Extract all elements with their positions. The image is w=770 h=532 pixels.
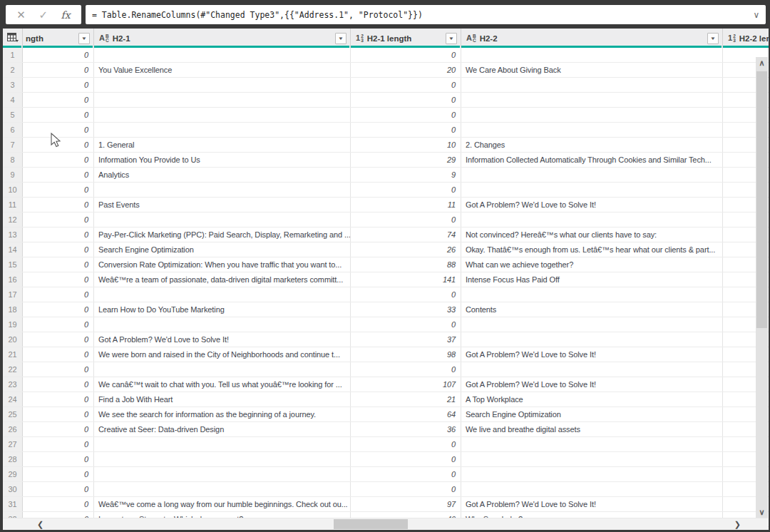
column-header-h2-2-length[interactable]: 123H2-2 length — [723, 29, 769, 48]
cell[interactable]: 0 — [351, 78, 461, 92]
cancel-icon[interactable]: ✕ — [16, 9, 26, 21]
cell[interactable] — [461, 108, 723, 122]
row-number[interactable]: 3 — [3, 78, 23, 92]
cell[interactable] — [94, 482, 351, 496]
row-number[interactable]: 22 — [3, 362, 23, 377]
cell[interactable]: 10 — [351, 138, 461, 152]
cell[interactable]: 97 — [351, 497, 461, 511]
row-number[interactable]: 26 — [3, 422, 23, 436]
row-number[interactable]: 17 — [3, 287, 23, 302]
cell[interactable] — [94, 213, 351, 227]
cell[interactable] — [94, 317, 351, 332]
cell[interactable]: Got A Problem? We'd Love to Solve It! — [461, 198, 723, 212]
cell[interactable]: 0 — [351, 482, 461, 496]
cell[interactable]: 0 — [351, 362, 461, 377]
cell[interactable]: 0 — [23, 347, 94, 362]
cell[interactable] — [94, 452, 351, 466]
row-number[interactable]: 11 — [3, 198, 23, 212]
cell[interactable] — [461, 78, 723, 92]
cell[interactable]: 26 — [351, 242, 461, 257]
cell[interactable]: 2. Changes — [461, 138, 723, 152]
cell[interactable]: Learn How to Do YouTube Marketing — [94, 302, 351, 317]
cell[interactable]: 29 — [351, 153, 461, 167]
row-number[interactable]: 27 — [3, 437, 23, 451]
cell[interactable] — [461, 287, 723, 302]
cell[interactable]: 0 — [23, 272, 94, 287]
cell[interactable]: 0 — [23, 213, 94, 227]
column-header-h2-1-length[interactable]: 123H2-1 length▼ — [351, 29, 461, 48]
cell[interactable]: 0 — [351, 287, 461, 302]
cell[interactable]: 0 — [23, 183, 94, 197]
cell[interactable]: Information Collected Automatically Thro… — [461, 153, 723, 167]
column-header-h2-2[interactable]: ABCH2-2▼ — [461, 29, 723, 48]
row-number[interactable]: 18 — [3, 302, 23, 317]
cell[interactable] — [461, 482, 723, 496]
cell[interactable]: 0 — [23, 48, 94, 62]
cell[interactable] — [461, 332, 723, 347]
scroll-right-icon[interactable]: ❯ — [734, 518, 741, 530]
cell[interactable]: 0 — [351, 183, 461, 197]
row-number[interactable]: 19 — [3, 317, 23, 332]
cell[interactable]: 0 — [23, 362, 94, 377]
cell[interactable]: 33 — [351, 302, 461, 317]
table-menu-button[interactable] — [3, 29, 23, 48]
cell[interactable]: 0 — [23, 287, 94, 302]
cell[interactable]: 88 — [351, 257, 461, 272]
row-number[interactable]: 5 — [3, 108, 23, 122]
column-header-ngth[interactable]: ngth▼ — [23, 29, 94, 48]
cell[interactable]: 0 — [23, 467, 94, 481]
cell[interactable]: 0 — [23, 452, 94, 466]
cell[interactable] — [94, 183, 351, 197]
cell[interactable]: 0 — [23, 482, 94, 496]
row-number[interactable]: 12 — [3, 213, 23, 227]
cell[interactable]: 0 — [351, 123, 461, 137]
row-number[interactable]: 31 — [3, 497, 23, 511]
cell[interactable] — [461, 168, 723, 182]
scroll-up-icon[interactable]: ∧ — [756, 58, 768, 68]
filter-dropdown-button[interactable]: ▼ — [78, 33, 90, 44]
cell[interactable]: Not convinced? Hereâ€™s what our clients… — [461, 227, 723, 242]
row-number[interactable]: 25 — [3, 407, 23, 421]
cell[interactable]: 64 — [351, 407, 461, 421]
cell[interactable] — [461, 213, 723, 227]
cell[interactable] — [94, 48, 351, 62]
cell[interactable]: 0 — [23, 153, 94, 167]
cell[interactable] — [94, 467, 351, 481]
cell[interactable] — [461, 123, 723, 137]
filter-dropdown-button[interactable]: ▼ — [446, 33, 457, 44]
cell[interactable]: 0 — [23, 407, 94, 421]
cell[interactable]: 21 — [351, 392, 461, 406]
cell[interactable]: 0 — [351, 213, 461, 227]
row-number[interactable]: 9 — [3, 168, 23, 182]
cell[interactable] — [94, 78, 351, 92]
cell[interactable] — [461, 317, 723, 332]
cell[interactable]: 11 — [351, 198, 461, 212]
cell[interactable]: 0 — [351, 467, 461, 481]
cell[interactable]: Contents — [461, 302, 723, 317]
row-number[interactable]: 14 — [3, 242, 23, 257]
cell[interactable]: We were born and raised in the City of N… — [94, 347, 351, 362]
cell[interactable]: Past Events — [94, 198, 351, 212]
row-number[interactable]: 10 — [3, 183, 23, 197]
cell[interactable]: 0 — [23, 138, 94, 152]
cell[interactable]: Weâ€™re a team of passionate, data-drive… — [94, 272, 351, 287]
cell[interactable]: 0 — [23, 123, 94, 137]
cell[interactable]: Intense Focus Has Paid Off — [461, 272, 723, 287]
cell[interactable]: What can we achieve together? — [461, 257, 723, 272]
cell[interactable]: 0 — [23, 437, 94, 451]
cell[interactable] — [461, 362, 723, 377]
horizontal-scrollbar-thumb[interactable] — [334, 519, 408, 529]
row-number[interactable]: 2 — [3, 63, 23, 77]
cell[interactable] — [461, 452, 723, 466]
cell[interactable]: 0 — [23, 78, 94, 92]
row-number[interactable]: 28 — [3, 452, 23, 466]
row-number[interactable]: 4 — [3, 93, 23, 107]
row-number[interactable]: 13 — [3, 227, 23, 242]
filter-dropdown-button[interactable]: ▼ — [335, 33, 346, 44]
cell[interactable] — [461, 93, 723, 107]
cell[interactable]: We Care About Giving Back — [461, 63, 723, 77]
cell[interactable]: 37 — [351, 332, 461, 347]
cell[interactable]: 0 — [23, 227, 94, 242]
cell[interactable] — [94, 123, 351, 137]
cell[interactable]: Got A Problem? We'd Love to Solve It! — [461, 347, 723, 362]
